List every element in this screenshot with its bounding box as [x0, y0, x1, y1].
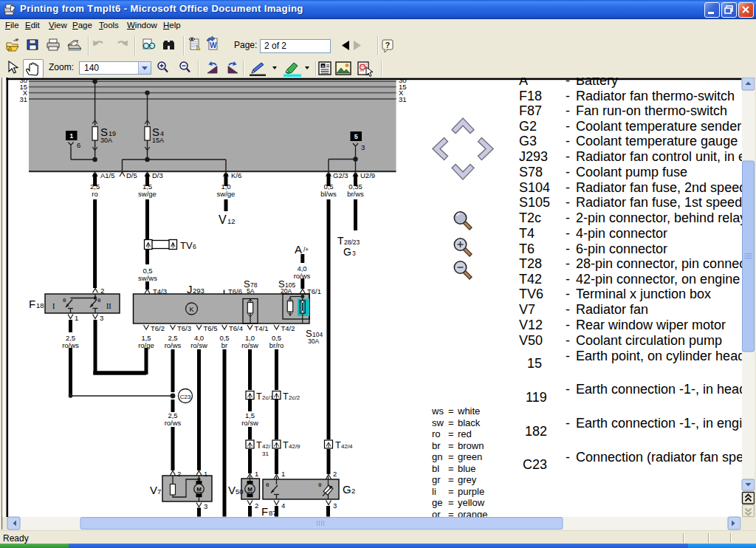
svg-text:J: J: [187, 283, 193, 295]
svg-text:-: -: [566, 382, 570, 397]
svg-text:T6/2: T6/2: [151, 324, 165, 332]
svg-text:T6/3: T6/3: [177, 324, 191, 332]
svg-text:C23: C23: [180, 394, 191, 400]
svg-text:-: -: [566, 242, 570, 256]
svg-text:V: V: [228, 484, 236, 496]
svg-text:42-pin connector, on engine: 42-pin connector, on engine: [576, 272, 740, 287]
svg-text:-: -: [566, 195, 570, 210]
svg-text:II: II: [106, 302, 111, 310]
svg-text:bl: bl: [432, 463, 439, 474]
svg-text:15A: 15A: [152, 137, 164, 144]
svg-text:T4/2: T4/2: [281, 324, 295, 332]
svg-text:S105: S105: [519, 195, 550, 210]
svg-text:=: =: [448, 486, 454, 497]
svg-text:-: -: [566, 165, 570, 179]
svg-text:50: 50: [236, 487, 244, 496]
svg-text:white: white: [457, 405, 480, 417]
svg-text:T: T: [283, 440, 289, 451]
svg-text:=: =: [448, 417, 454, 428]
svg-text:li: li: [432, 486, 436, 497]
svg-text:ro/ws: ro/ws: [165, 341, 182, 349]
svg-text:Radiator fan: Radiator fan: [576, 302, 648, 317]
svg-text:green: green: [458, 451, 482, 462]
svg-text:black: black: [458, 417, 481, 428]
svg-text:=: =: [448, 497, 454, 508]
svg-text:sw/ge: sw/ge: [138, 190, 157, 198]
svg-text:=: =: [448, 440, 454, 451]
svg-text:Earth connection -1-, in head: Earth connection -1-, in head: [576, 382, 746, 397]
svg-text:-: -: [566, 103, 570, 118]
svg-text:1: 1: [281, 470, 285, 478]
svg-text:F: F: [261, 505, 268, 518]
svg-text:3: 3: [204, 502, 207, 510]
svg-text:-: -: [566, 89, 570, 103]
svg-text:S104: S104: [519, 180, 550, 195]
svg-text:θ: θ: [97, 297, 101, 304]
svg-text:2c/2: 2c/2: [289, 394, 300, 401]
svg-text:5: 5: [354, 133, 358, 140]
svg-text:28/23: 28/23: [344, 239, 360, 246]
svg-text:ge: ge: [432, 497, 442, 508]
svg-text:1: 1: [255, 470, 258, 478]
svg-text:V: V: [150, 484, 157, 496]
svg-text:T6/1: T6/1: [307, 287, 321, 295]
svg-text:ro/ws: ro/ws: [62, 341, 79, 349]
svg-text:6: 6: [77, 141, 80, 149]
svg-text:T28: T28: [519, 256, 542, 271]
svg-text:S78: S78: [519, 165, 543, 179]
svg-text:gn: gn: [432, 451, 442, 462]
svg-text:D/3: D/3: [152, 171, 163, 179]
svg-text:F: F: [29, 298, 35, 310]
svg-text:Coolant pump fuse: Coolant pump fuse: [576, 165, 687, 179]
svg-text:-: -: [566, 333, 570, 348]
svg-text:br: br: [221, 341, 227, 349]
svg-text:2c/1: 2c/1: [262, 394, 274, 401]
svg-text:Battery: Battery: [576, 78, 618, 88]
svg-text:bl/ws: bl/ws: [320, 190, 337, 198]
svg-text:Radiator fan fuse, 2nd speed: Radiator fan fuse, 2nd speed: [576, 180, 746, 195]
svg-text:TV: TV: [180, 240, 193, 251]
svg-text:=: =: [448, 405, 454, 417]
svg-text:T6: T6: [519, 242, 535, 256]
svg-text:119: 119: [526, 390, 547, 405]
svg-text:T: T: [335, 440, 341, 451]
svg-text:2-pin connector, behind relay: 2-pin connector, behind relay: [576, 210, 746, 225]
svg-text:T: T: [283, 391, 289, 402]
svg-text:T6/5: T6/5: [204, 324, 218, 332]
svg-text:42/9: 42/9: [289, 443, 300, 450]
svg-text:ro/ws: ro/ws: [165, 419, 182, 427]
svg-text:2: 2: [351, 487, 355, 495]
svg-text:ro/ge: ro/ge: [138, 341, 154, 349]
svg-text:-: -: [566, 134, 570, 148]
svg-text:T: T: [337, 235, 344, 247]
svg-text:gr: gr: [432, 474, 441, 485]
svg-text:ro/ws: ro/ws: [294, 272, 311, 280]
svg-text:V7: V7: [519, 302, 535, 317]
svg-text:G2/3: G2/3: [333, 171, 348, 179]
svg-text:G2: G2: [519, 119, 537, 134]
svg-text:-: -: [566, 226, 570, 241]
svg-text:T6/6: T6/6: [228, 287, 242, 295]
svg-text:sw/ge: sw/ge: [217, 190, 236, 198]
svg-text:ro/sw: ro/sw: [241, 419, 258, 427]
svg-text:42/: 42/: [262, 443, 271, 450]
svg-text:θ: θ: [63, 297, 66, 304]
svg-text:-: -: [566, 450, 570, 465]
svg-text:Coolant temperature sender: Coolant temperature sender: [576, 119, 741, 134]
svg-text:M: M: [247, 486, 252, 493]
svg-text:T4: T4: [519, 226, 535, 241]
svg-text:182: 182: [525, 424, 547, 439]
svg-text:θ: θ: [318, 482, 322, 488]
svg-text:3: 3: [361, 143, 365, 151]
svg-text:7: 7: [157, 487, 161, 496]
svg-text:F87: F87: [519, 103, 542, 118]
svg-text:-: -: [566, 416, 570, 431]
svg-text:D/5: D/5: [126, 171, 137, 179]
svg-text:=: =: [448, 428, 454, 439]
svg-text:6-pin connector: 6-pin connector: [576, 242, 667, 256]
svg-text:Coolant temperature gauge: Coolant temperature gauge: [576, 134, 738, 148]
svg-text:blue: blue: [458, 463, 476, 474]
svg-text:ro/sw: ro/sw: [190, 341, 207, 349]
svg-text:Connection (radiator fan spee: Connection (radiator fan spee: [576, 450, 751, 465]
svg-text:2: 2: [255, 501, 258, 510]
